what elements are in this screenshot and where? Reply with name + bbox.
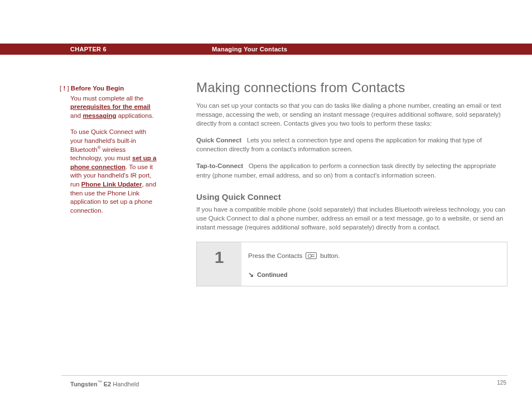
byb-p1a: You must complete all the	[70, 95, 143, 102]
trademark-icon: ™	[98, 380, 102, 385]
byb-heading: [ ! ] Before You Begin	[60, 84, 157, 93]
chapter-label: CHAPTER 6	[70, 46, 107, 52]
byb-p1c: applications.	[116, 112, 153, 119]
step-text-b: button.	[320, 252, 340, 259]
step-number: 1	[197, 242, 241, 286]
qc-term: Quick Connect	[196, 137, 241, 143]
continued-row: ↘ Continued	[248, 271, 500, 278]
before-you-begin-sidebar: [ ! ] Before You Begin You must complete…	[60, 84, 157, 215]
ttc-term: Tap-to-Connect	[196, 162, 243, 169]
link-messaging[interactable]: messaging	[83, 112, 116, 119]
footer-divider	[61, 375, 507, 376]
link-prereq-email[interactable]: prerequisites for the email	[70, 103, 151, 110]
footer-model: E2	[102, 381, 112, 387]
arrow-down-right-icon: ↘	[248, 271, 254, 278]
intro-paragraph: You can set up your contacts so that you…	[196, 101, 509, 128]
bracket-close: ]	[65, 85, 69, 92]
chapter-header-bar: CHAPTER 6 Managing Your Contacts	[0, 44, 532, 55]
step-content: Press the Contacts button. ↘ Continued	[241, 242, 507, 286]
quick-connect-definition: Quick Connect Lets you select a connecti…	[196, 136, 509, 154]
page-title: Making connections from Contacts	[196, 80, 509, 95]
byb-p1b: and	[70, 112, 83, 119]
footer-product-name: Tungsten™ E2 Handheld	[70, 380, 139, 387]
contacts-button-icon	[306, 252, 317, 259]
tap-to-connect-definition: Tap-to-Connect Opens the application to …	[196, 161, 509, 179]
footer-brand: Tungsten	[70, 381, 98, 387]
using-qc-paragraph: If you have a compatible mobile phone (s…	[196, 205, 509, 232]
section-label: Managing Your Contacts	[212, 46, 287, 52]
page-number: 125	[497, 380, 506, 386]
step-text-a: Press the Contacts	[248, 252, 302, 259]
main-content: Making connections from Contacts You can…	[196, 80, 509, 286]
step-box: 1 Press the Contacts button. ↘ Continued	[196, 242, 507, 286]
footer-tail: Handheld	[111, 381, 139, 387]
qc-gap	[241, 137, 247, 143]
link-phone-link-updater[interactable]: Phone Link Updater	[81, 181, 142, 188]
byb-p2: To use Quick Connect with your handheld'…	[70, 128, 157, 215]
byb-title: Before You Begin	[71, 85, 124, 92]
subheading-using-quick-connect: Using Quick Connect	[196, 192, 509, 202]
continued-label: Continued	[257, 271, 287, 278]
ttc-gap	[243, 162, 249, 169]
byb-body: You must complete all the prerequisites …	[70, 94, 157, 215]
